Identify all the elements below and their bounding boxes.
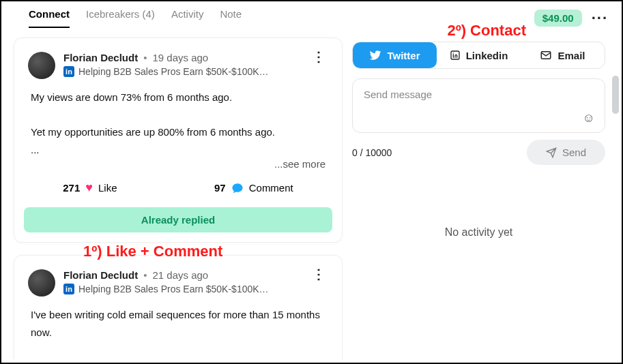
post-header: Florian Decludt • 19 days ago in Helping… bbox=[14, 38, 342, 79]
twitter-tab[interactable]: Twitter bbox=[353, 42, 437, 68]
avatar bbox=[28, 269, 55, 297]
twitter-label: Twitter bbox=[387, 50, 420, 61]
post-line: I've been writing cold email sequences f… bbox=[31, 306, 325, 341]
separator-dot: • bbox=[143, 52, 147, 63]
linkedin-tab[interactable]: Linkedin bbox=[437, 42, 521, 68]
comment-label: Comment bbox=[249, 182, 293, 194]
scrollbar[interactable] bbox=[612, 76, 619, 114]
post-stats: 271 ♥ Like 97 Comment bbox=[14, 170, 342, 207]
message-input[interactable]: Send message ☺ bbox=[352, 78, 605, 133]
main-tabs: Connect Icebreakers (4) Activity Note bbox=[29, 8, 242, 28]
post-menu-icon[interactable]: ⋮ bbox=[312, 53, 325, 60]
post-card: Florian Decludt • 19 days ago in Helping… bbox=[14, 37, 343, 243]
no-activity-text: No activity yet bbox=[352, 226, 605, 239]
separator-dot: • bbox=[143, 269, 147, 281]
post-tagline: Helping B2B Sales Pros Earn $50K-$100K+.… bbox=[78, 66, 270, 77]
contact-tabs: Twitter Linkedin Email bbox=[352, 42, 605, 69]
tab-connect[interactable]: Connect bbox=[29, 8, 70, 28]
main-area: Florian Decludt • 19 days ago in Helping… bbox=[1, 28, 622, 359]
message-placeholder: Send message bbox=[364, 89, 432, 100]
comment-stat[interactable]: 97 Comment bbox=[214, 181, 293, 195]
linkedin-icon bbox=[450, 50, 461, 61]
post-line: Some were amazing. bbox=[31, 359, 325, 360]
send-button[interactable]: Send bbox=[527, 140, 605, 165]
top-bar: Connect Icebreakers (4) Activity Note $4… bbox=[1, 1, 622, 28]
twitter-icon bbox=[369, 49, 381, 61]
char-counter: 0 / 10000 bbox=[352, 147, 392, 158]
post-header: Florian Decludt • 21 days ago in Helping… bbox=[14, 256, 342, 297]
post-time: 21 days ago bbox=[152, 269, 208, 281]
like-count: 271 bbox=[63, 182, 80, 194]
price-badge: $49.00 bbox=[534, 10, 582, 27]
post-line: ... bbox=[31, 141, 325, 159]
see-more-link[interactable]: ...see more bbox=[274, 158, 325, 170]
post-body: I've been writing cold email sequences f… bbox=[14, 297, 342, 359]
like-stat[interactable]: 271 ♥ Like bbox=[63, 181, 117, 195]
post-body: My views are down 73% from 6 months ago.… bbox=[14, 79, 342, 158]
tab-note[interactable]: Note bbox=[220, 8, 242, 28]
send-icon bbox=[546, 147, 557, 158]
posts-column: Florian Decludt • 19 days ago in Helping… bbox=[1, 28, 343, 359]
email-tab[interactable]: Email bbox=[521, 42, 605, 68]
post-card: Florian Decludt • 21 days ago in Helping… bbox=[14, 255, 343, 359]
tab-activity[interactable]: Activity bbox=[171, 8, 204, 28]
post-author: Florian Decludt bbox=[63, 52, 138, 63]
emoji-icon[interactable]: ☺ bbox=[583, 111, 595, 125]
heart-icon: ♥ bbox=[85, 181, 93, 195]
post-tagline: Helping B2B Sales Pros Earn $50K-$100K+.… bbox=[78, 284, 270, 294]
post-time: 19 days ago bbox=[152, 52, 208, 63]
comment-count: 97 bbox=[214, 182, 226, 194]
tab-icebreakers[interactable]: Icebreakers (4) bbox=[86, 8, 155, 28]
post-line: My views are down 73% from 6 months ago. bbox=[31, 89, 325, 106]
linkedin-label: Linkedin bbox=[466, 50, 508, 61]
avatar bbox=[28, 52, 55, 79]
more-menu-icon[interactable]: ··· bbox=[592, 10, 608, 27]
email-label: Email bbox=[557, 50, 585, 61]
linkedin-icon: in bbox=[63, 284, 74, 294]
send-label: Send bbox=[562, 147, 586, 158]
post-line: Yet my opportunities are up 800% from 6 … bbox=[31, 123, 325, 141]
email-icon bbox=[540, 49, 552, 61]
send-row: 0 / 10000 Send bbox=[352, 140, 605, 165]
top-right: $49.00 ··· bbox=[534, 10, 608, 27]
already-replied-badge: Already replied bbox=[24, 207, 332, 232]
linkedin-icon: in bbox=[63, 66, 74, 77]
comment-icon bbox=[231, 181, 244, 195]
post-menu-icon[interactable]: ⋮ bbox=[312, 271, 325, 277]
post-author: Florian Decludt bbox=[63, 269, 138, 281]
like-label: Like bbox=[98, 182, 117, 194]
contact-column: Twitter Linkedin Email Send message ☺ 0 … bbox=[343, 28, 622, 359]
